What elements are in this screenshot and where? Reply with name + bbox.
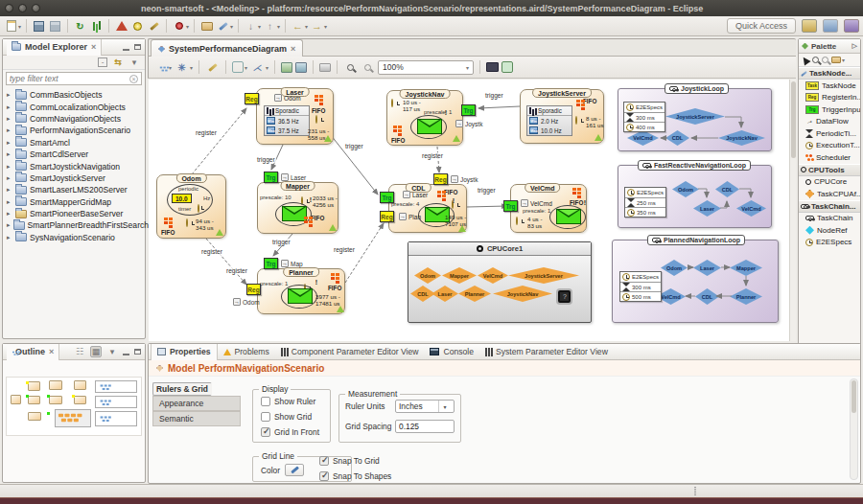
outline-thumbnail[interactable] [6, 377, 142, 436]
trigger-port[interactable]: Trg [380, 192, 394, 203]
new-dropdown-icon[interactable]: ▾ [18, 23, 21, 30]
cpucore-node[interactable]: CPUCore1 Odom Mapper VelCmd JoystickServ… [408, 241, 592, 323]
expand-icon[interactable]: ▸ [7, 174, 12, 182]
palette-item-scheduler[interactable]: Scheduler [799, 151, 860, 164]
validate-icon[interactable] [147, 19, 161, 34]
maximize-view-icon[interactable] [134, 349, 141, 355]
chart-icon[interactable] [89, 19, 104, 34]
modeling-perspective-icon[interactable] [823, 19, 838, 33]
window-minimize-button[interactable] [18, 4, 27, 12]
forward-dropdown-icon[interactable]: ▾ [324, 23, 327, 30]
tab-problems[interactable]: Problems [218, 344, 275, 360]
frequency-value[interactable]: 10.0 [172, 194, 192, 203]
close-icon[interactable]: × [49, 347, 54, 356]
side-tab-semantic[interactable]: Semantic [152, 411, 241, 426]
palette-item-cpucore[interactable]: CPUCore [799, 176, 860, 189]
node-title[interactable]: Odom [175, 173, 206, 183]
node-title[interactable]: Mapper [280, 181, 315, 191]
affinity-diamond[interactable]: Odom [414, 267, 441, 284]
zoom-out-tool-icon[interactable] [822, 57, 828, 63]
palette-item-dataflow[interactable]: →DataFlow [799, 116, 860, 128]
expand-icon[interactable]: ▸ [7, 103, 12, 111]
taskchain-joystickloop[interactable]: JoystickLoop E2ESpecs 300 ms 400 ms Joys… [618, 88, 772, 151]
pin-icon[interactable] [205, 60, 220, 75]
marker-dropdown-icon[interactable]: ▾ [186, 23, 189, 30]
search-model-icon[interactable] [130, 19, 145, 34]
register-port[interactable]: Reg [245, 93, 259, 104]
trigger-envelope-icon[interactable] [410, 114, 449, 140]
highlight-icon[interactable] [216, 19, 230, 34]
export-diagram-icon[interactable] [295, 62, 307, 73]
diagram-canvas[interactable]: register register register register regi… [149, 80, 789, 341]
save-icon[interactable] [32, 19, 46, 34]
minimize-view-icon[interactable] [123, 354, 129, 355]
palette-item-taskchain[interactable]: TaskChain [799, 213, 860, 225]
palette-header[interactable]: Palette ▷ [799, 39, 860, 54]
java-perspective-icon[interactable] [844, 19, 859, 33]
tree-item[interactable]: ▸SmartLaserLMS200Server [3, 184, 145, 195]
node-title[interactable]: JoystickServer [532, 88, 592, 98]
affinity-diamond[interactable]: Planner [458, 286, 491, 302]
tasknode-planner[interactable]: Planner FIFO prescale: 1 3977 us -17481 … [257, 268, 345, 314]
window-maximize-button[interactable] [32, 4, 40, 12]
tasknode-odom[interactable]: Odom periodic 10.0 Hz timer FIFO 94 us -… [156, 174, 226, 239]
next-annotation-icon[interactable]: ↓ [244, 19, 258, 34]
zoom-dropdown-icon[interactable]: ▾ [466, 64, 469, 71]
expand-icon[interactable]: ▸ [7, 126, 12, 134]
trigger-port[interactable]: Trg [503, 200, 518, 212]
forward-icon[interactable]: → [310, 19, 324, 34]
expand-icon[interactable]: ▸ [7, 221, 11, 229]
zoom-out-icon[interactable] [361, 60, 375, 75]
arrange-icon[interactable] [153, 60, 168, 75]
tree-item[interactable]: ▸SmartAmcl [3, 137, 145, 149]
next-annotation-dropdown-icon[interactable]: ▾ [258, 23, 261, 30]
expand-icon[interactable]: ▸ [7, 115, 12, 123]
expand-icon[interactable]: ▸ [7, 186, 12, 194]
outline-tab[interactable]: Outline × [7, 344, 59, 360]
side-tab-appearance[interactable]: Appearance [152, 396, 241, 411]
shape-icon[interactable] [232, 61, 244, 73]
tasknode-velcmd[interactable]: VelCmd FIFO VelCmd prescale: 1 4 us -83 … [510, 184, 587, 233]
pyramid-icon[interactable] [114, 19, 128, 34]
tab-console[interactable]: Console [424, 344, 479, 360]
connection-dropdown-icon[interactable]: ▾ [266, 64, 268, 71]
save-all-icon[interactable] [48, 19, 62, 34]
edge-label-register[interactable]: register [421, 152, 444, 159]
sporadic-timer[interactable]: Sporadic Min2.0 Hz Max10.0 Hz [526, 105, 572, 136]
register-port[interactable]: Reg [380, 211, 394, 222]
open-perspective-icon[interactable] [802, 19, 817, 33]
edge-label-trigger[interactable]: trigger [344, 143, 364, 149]
palette-item-tasknode[interactable]: TaskTaskNode [799, 80, 860, 92]
trigger-port[interactable]: Trg [461, 104, 476, 116]
connection-icon[interactable]: ⋌ [250, 60, 265, 75]
status-grip[interactable] [694, 487, 696, 495]
affinity-diamond[interactable]: Laser [432, 286, 458, 302]
color-button[interactable] [285, 464, 304, 476]
tasknode-cdl[interactable]: CDL Laser FIFO prescale: 4 Plan 149 us -… [388, 184, 467, 233]
trigger-port[interactable]: Trg [264, 172, 278, 183]
tree-item[interactable]: ▸CommNavigationObjects [3, 113, 145, 125]
editor-tab[interactable]: SystemPerformanceDiagram × [151, 39, 303, 57]
tools-dropdown-icon[interactable]: ▾ [842, 57, 845, 63]
shape-dropdown-icon[interactable]: ▾ [245, 64, 247, 71]
expand-icon[interactable]: ▸ [7, 91, 12, 99]
palette-item-periodictimer[interactable]: PeriodicTi... [799, 127, 860, 140]
grid-icon[interactable] [501, 61, 513, 73]
export-image-icon[interactable] [281, 62, 292, 73]
ruler-units-select[interactable]: Inches▾ [395, 400, 455, 413]
register-port[interactable]: Reg [433, 173, 448, 185]
filters-icon[interactable]: ✳ [175, 60, 189, 75]
trigger-port[interactable]: Trg [264, 258, 278, 269]
loop-title[interactable]: JoystickLoop [665, 83, 729, 94]
node-title[interactable]: VelCmd [525, 183, 561, 193]
view-menu-icon[interactable]: ▾ [128, 57, 140, 68]
palette-group-cputools[interactable]: CPUTools [799, 164, 860, 176]
refresh-icon[interactable]: ↻ [73, 19, 87, 34]
tab-system-parameter-editor[interactable]: System Parameter Editor View [479, 344, 614, 360]
affinity-diamond[interactable]: VelCmd [478, 267, 508, 284]
loop-title[interactable]: PlannedNavigationLoop [647, 235, 745, 245]
expand-icon[interactable]: ▸ [7, 139, 12, 147]
show-grid-checkbox[interactable] [261, 412, 270, 422]
chevron-down-icon[interactable]: ▾ [438, 401, 451, 412]
model-explorer-tab[interactable]: Model Explorer × [7, 39, 102, 56]
